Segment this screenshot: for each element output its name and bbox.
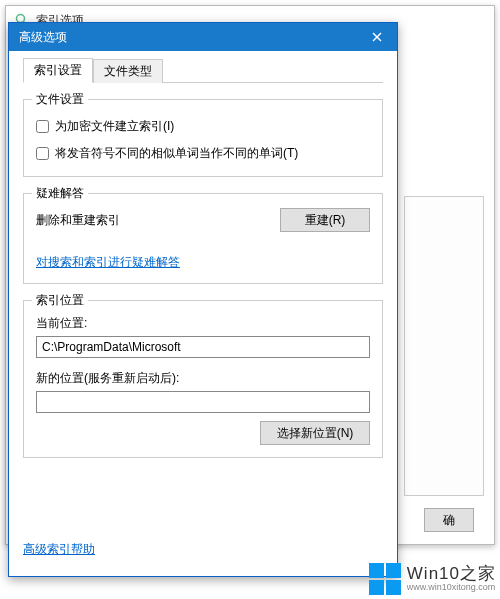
checkbox-diacritics-label: 将发音符号不同的相似单词当作不同的单词(T) [55,145,298,162]
tab-strip: 索引设置 文件类型 [23,59,383,83]
watermark-text: Win10之家 www.win10xitong.com [407,565,496,594]
troubleshoot-search-link[interactable]: 对搜索和索引进行疑难解答 [36,254,180,271]
parent-side-panel [404,196,484,496]
troubleshoot-row: 删除和重建索引 重建(R) [36,208,370,232]
parent-ok-button[interactable]: 确 [424,508,474,532]
dialog-titlebar: 高级选项 [9,23,397,51]
tab-file-types[interactable]: 文件类型 [93,59,163,83]
select-new-location-button[interactable]: 选择新位置(N) [260,421,370,445]
tab-index-settings[interactable]: 索引设置 [23,58,93,83]
watermark-title: Win10之家 [407,565,496,584]
group-troubleshoot-legend: 疑难解答 [32,185,88,202]
current-location-label: 当前位置: [36,315,370,332]
close-icon[interactable] [363,27,391,47]
dialog-title: 高级选项 [19,29,363,46]
group-index-location-legend: 索引位置 [32,292,88,309]
checkbox-diacritics[interactable]: 将发音符号不同的相似单词当作不同的单词(T) [36,145,370,162]
group-index-location: 索引位置 当前位置: 新的位置(服务重新启动后): 选择新位置(N) [23,300,383,458]
parent-button-row: 确 [424,508,474,532]
rebuild-button[interactable]: 重建(R) [280,208,370,232]
advanced-options-dialog: 高级选项 索引设置 文件类型 文件设置 为加密文件建立索引(I) 将发音符号不同… [8,22,398,577]
new-location-field[interactable] [36,391,370,413]
group-file-settings: 文件设置 为加密文件建立索引(I) 将发音符号不同的相似单词当作不同的单词(T) [23,99,383,177]
group-troubleshoot: 疑难解答 删除和重建索引 重建(R) 对搜索和索引进行疑难解答 [23,193,383,284]
watermark-url: www.win10xitong.com [407,583,496,593]
new-location-label: 新的位置(服务重新启动后): [36,370,370,387]
current-location-field[interactable] [36,336,370,358]
advanced-index-help-link[interactable]: 高级索引帮助 [23,541,95,558]
checkbox-encrypted-input[interactable] [36,120,49,133]
group-file-settings-legend: 文件设置 [32,91,88,108]
checkbox-encrypted[interactable]: 为加密文件建立索引(I) [36,118,370,135]
troubleshoot-desc: 删除和重建索引 [36,212,120,229]
checkbox-encrypted-label: 为加密文件建立索引(I) [55,118,174,135]
checkbox-diacritics-input[interactable] [36,147,49,160]
dialog-body: 索引设置 文件类型 文件设置 为加密文件建立索引(I) 将发音符号不同的相似单词… [9,51,397,576]
